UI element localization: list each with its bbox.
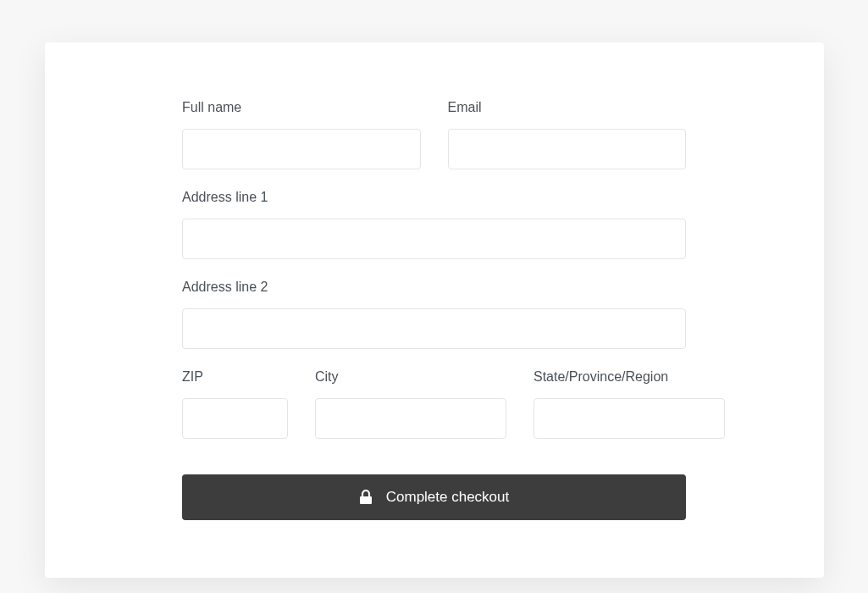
checkout-form: Full name Email Address line 1 Address l…: [182, 100, 686, 520]
email-input[interactable]: [448, 129, 687, 169]
complete-checkout-label: Complete checkout: [386, 489, 510, 506]
full-name-label: Full name: [182, 100, 421, 115]
row-zip-city-region: ZIP City State/Province/Region: [182, 369, 686, 439]
field-address2: Address line 2: [182, 280, 686, 349]
address2-label: Address line 2: [182, 280, 686, 295]
field-city: City: [315, 369, 506, 439]
full-name-input[interactable]: [182, 129, 421, 169]
address2-input[interactable]: [182, 308, 686, 349]
field-email: Email: [448, 100, 687, 169]
field-address1: Address line 1: [182, 190, 686, 259]
field-full-name: Full name: [182, 100, 421, 169]
checkout-card: Full name Email Address line 1 Address l…: [45, 42, 824, 578]
email-label: Email: [448, 100, 687, 115]
svg-rect-0: [360, 496, 372, 504]
city-label: City: [315, 369, 506, 385]
city-input[interactable]: [315, 398, 506, 439]
region-label: State/Province/Region: [534, 369, 725, 385]
zip-label: ZIP: [182, 369, 288, 385]
address1-input[interactable]: [182, 219, 686, 259]
address1-label: Address line 1: [182, 190, 686, 205]
row-address2: Address line 2: [182, 280, 686, 349]
zip-input[interactable]: [182, 398, 288, 439]
region-input[interactable]: [534, 398, 725, 439]
field-region: State/Province/Region: [534, 369, 725, 439]
row-name-email: Full name Email: [182, 100, 686, 169]
lock-icon: [359, 490, 373, 505]
field-zip: ZIP: [182, 369, 288, 439]
complete-checkout-button[interactable]: Complete checkout: [182, 474, 686, 520]
row-address1: Address line 1: [182, 190, 686, 259]
